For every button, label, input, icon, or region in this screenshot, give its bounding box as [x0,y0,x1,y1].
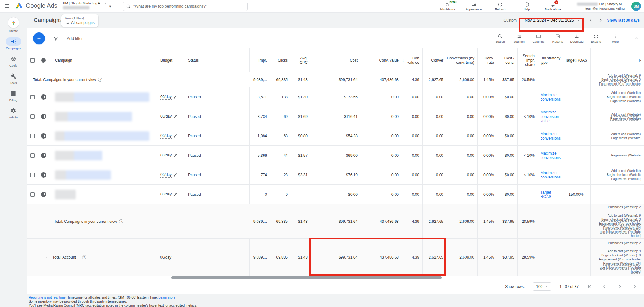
campaign-row[interactable]: 00/day Paused 774 23 $3.31 $76.19 0.00 0… [27,165,644,185]
rows-per-page-select[interactable]: 100 [533,282,551,291]
column-header-conversions[interactable]: Conver [422,48,447,72]
budget-value[interactable]: 00/day [160,134,172,139]
campaign-row[interactable]: 00/day Paused 0 0 – $0.00 0.00 0.00 0.00… [27,185,644,204]
hamburger-menu-icon[interactable] [4,3,10,9]
column-header-conversions-by-time[interactable]: Conversions (by conv. time) [447,48,477,72]
previous-period-button[interactable] [588,18,593,23]
sidebar-item-tools[interactable]: Tools [6,72,21,85]
campaign-row[interactable]: 00/day Paused 8,571 133 $1.30 $173.55 0.… [27,87,644,107]
row-checkbox[interactable] [30,134,35,138]
row-checkbox[interactable] [30,95,35,99]
column-header-cost-per-conv[interactable]: Cost / conv. [497,48,517,72]
sidebar-item-billing[interactable]: Billing [6,89,21,102]
sidebar-item-admin[interactable]: Admin [6,107,21,119]
row-checkbox[interactable] [30,114,35,119]
bid-strategy-link[interactable]: Maximize conversions [538,146,562,165]
account-switcher[interactable]: UM | Shopify Marketing A... [63,1,113,9]
account-breadcrumb[interactable]: UM | Shopify Marketing A... [63,1,103,5]
paused-status-icon[interactable] [41,172,46,178]
edit-budget-pencil-icon[interactable] [173,173,177,177]
column-header-search-impr-share[interactable]: Search impr. share [517,48,538,72]
column-header-clicks[interactable]: Clicks [270,48,291,72]
sidebar-item-campaigns[interactable]: Campaigns [6,37,21,50]
column-header-target-roas[interactable]: Target ROAS [562,48,590,72]
budget-value[interactable]: 00/day [160,114,172,119]
account-switcher-caret-icon[interactable]: ▼ [108,4,112,8]
row-checkbox[interactable] [30,173,35,177]
first-page-button[interactable] [587,284,592,289]
row-checkbox[interactable] [30,153,35,158]
column-header-status[interactable]: Status [184,48,249,72]
learn-more-link[interactable]: Learn more [158,295,175,299]
campaign-row[interactable]: 00/day Paused 1,084 68 $0.80 $54.28 0.00… [27,126,644,146]
paused-status-icon[interactable] [41,153,46,158]
next-page-button[interactable] [617,284,623,289]
search-input[interactable] [133,4,244,8]
column-header-bid-strategy[interactable]: Bid strategy type [538,48,562,72]
bid-strategy-link[interactable]: Maximize conversions [538,126,562,145]
column-header-impr[interactable]: Impr. [249,48,270,72]
sidebar-item-goals[interactable]: Goals [6,55,21,67]
refresh-button[interactable]: Refresh [491,2,510,11]
paused-status-icon[interactable] [41,192,46,197]
sidebar-item-create[interactable]: Create [8,17,19,33]
column-header-budget[interactable]: Budget [158,48,184,72]
budget-value[interactable]: 00/day [160,95,172,100]
reports-button[interactable]: Reports [549,34,567,43]
help-circle-icon[interactable]: ? [82,255,86,259]
paused-status-icon[interactable] [41,114,46,119]
columns-button[interactable]: Columns [530,34,547,43]
edit-budget-pencil-icon[interactable] [173,153,177,157]
segment-button[interactable]: Segment [510,34,528,43]
select-all-checkbox[interactable] [30,58,35,63]
horizontal-scrollbar[interactable] [171,276,442,279]
paused-status-icon[interactable] [41,133,46,139]
date-range-selector[interactable]: Nov 1, 2024 – Dec 31, 2025 [521,16,584,25]
view-filter-chip[interactable]: View (2 filters) All campaigns [61,14,98,27]
column-header-campaign[interactable]: Campaign [52,48,158,72]
column-header-cost[interactable]: Cost [311,48,361,72]
notifications-button[interactable]: ! Notifications [543,2,563,11]
last-page-button[interactable] [632,284,638,289]
edit-budget-pencil-icon[interactable] [173,114,177,118]
appearance-button[interactable]: Appearance [464,2,484,11]
bid-strategy-link[interactable]: Target ROAS [538,185,562,204]
ads-advisor-button[interactable]: BETA Ads Advisor [438,2,457,11]
budget-value[interactable]: 00/day [160,173,172,178]
edit-budget-pencil-icon[interactable] [173,95,177,99]
campaign-row[interactable]: 00/day Paused 5,366 44 $1.57 $69.00 0.00… [27,146,644,165]
column-header-conv-rate[interactable]: Conv. rate [477,48,497,72]
collapse-chevron-up-icon[interactable] [632,34,641,43]
search-table-button[interactable]: Search [491,34,509,43]
campaign-row[interactable]: 00/day Paused 3,734 69 $1.69 $116.41 0.0… [27,107,644,126]
add-campaign-button[interactable] [33,32,45,44]
expand-chevron-down-icon[interactable] [44,255,49,260]
filter-funnel-icon[interactable] [53,36,58,41]
paused-status-icon[interactable] [41,94,46,100]
bid-strategy-link[interactable]: Maximize conversion value [538,107,562,126]
row-checkbox[interactable] [30,192,35,197]
profile-info[interactable]: UM | Shopify M... team@unknown.marketing [577,2,625,10]
more-button[interactable]: More [606,34,624,43]
help-circle-icon[interactable]: ? [98,78,102,82]
reporting-not-realtime-link[interactable]: Reporting is not real-time. [29,295,66,299]
budget-value[interactable]: 00/day [160,192,172,197]
next-period-button[interactable] [598,18,603,23]
column-header-avg-cpc[interactable]: Avg. CPC [291,48,311,72]
add-filter-button[interactable]: Add filter [67,36,83,41]
bid-strategy-link[interactable]: Maximize conversions [538,87,562,107]
column-header-conv-value-per-cost[interactable]: ↓Con valu co [402,48,422,72]
search-bar[interactable] [123,2,248,11]
edit-budget-pencil-icon[interactable] [173,134,177,138]
column-header-results[interactable]: R [590,48,644,72]
column-header-conv-value[interactable]: Conv. value [361,48,402,72]
previous-page-button[interactable] [602,284,608,289]
help-circle-icon[interactable]: ? [119,219,123,223]
expand-button[interactable]: Expand [587,34,605,43]
show-last-30-days-link[interactable]: Show last 30 days [607,18,640,23]
edit-budget-pencil-icon[interactable] [173,192,177,196]
help-button[interactable]: ? Help [517,2,536,11]
budget-value[interactable]: 00/day [160,153,172,158]
bid-strategy-link[interactable]: Maximize conversions [538,165,562,184]
avatar[interactable]: UM [631,2,641,11]
